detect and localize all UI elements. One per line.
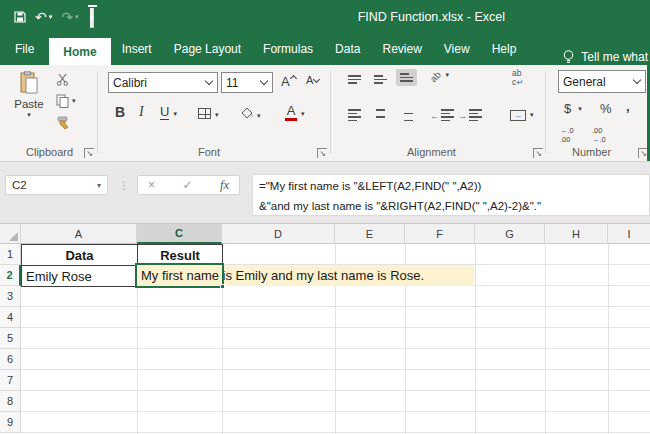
orientation-button[interactable]: ab ▾ [430, 71, 449, 82]
font-size-combobox[interactable]: 11 [221, 72, 273, 93]
bold-button[interactable]: B [115, 104, 125, 120]
row-header-1[interactable]: 1 [0, 244, 21, 265]
middle-align-button[interactable] [374, 75, 387, 84]
insert-function-button[interactable]: fx [220, 178, 229, 193]
tab-home[interactable]: Home [49, 38, 110, 65]
chevron-down-icon [313, 76, 320, 83]
copy-button[interactable]: ▾ [56, 94, 76, 108]
customize-bar-icon [88, 5, 97, 7]
increase-indent-button[interactable]: → [458, 109, 482, 121]
tab-page-layout[interactable]: Page Layout [163, 33, 252, 65]
chevron-down-icon [205, 77, 213, 85]
tab-data[interactable]: Data [324, 33, 371, 65]
cell-a1[interactable]: Data [21, 244, 138, 266]
formula-line-2: &"and my last name is "&RIGHT(A2,FIND(" … [259, 196, 649, 216]
tab-insert[interactable]: Insert [111, 33, 163, 65]
bottom-align-button[interactable] [396, 69, 417, 86]
increase-indent-icon [469, 109, 482, 121]
row-header-4[interactable]: 4 [0, 307, 21, 328]
tab-view[interactable]: View [433, 33, 481, 65]
save-icon [14, 11, 26, 23]
font-color-dropdown-icon: ▾ [301, 110, 305, 118]
redo-button[interactable]: ↷ ▾ [61, 10, 78, 24]
row-header-7[interactable]: 7 [0, 370, 21, 391]
column-header-d[interactable]: D [222, 224, 335, 244]
cells-area[interactable]: Data Result Emily Rose My first name is … [21, 244, 650, 434]
align-right-button[interactable] [400, 109, 413, 121]
column-header-f[interactable]: F [405, 224, 475, 244]
number-format-combobox[interactable]: General [558, 70, 646, 93]
top-align-button[interactable] [348, 75, 361, 84]
column-header-c[interactable]: C [137, 224, 222, 244]
chevron-down-icon [260, 77, 268, 85]
cut-button[interactable] [56, 73, 69, 86]
name-box[interactable]: C2 ▾ [5, 175, 108, 195]
select-all-button[interactable] [0, 224, 21, 244]
tab-formulas[interactable]: Formulas [252, 33, 324, 65]
copy-icon [56, 94, 69, 108]
accounting-format-button[interactable]: $ ▾ [564, 101, 582, 116]
increase-decimal-bottom: .00 [560, 136, 574, 145]
formula-bar-dots-icon: ⋮ [119, 175, 129, 195]
row-headers: 1 2 3 4 5 6 7 8 9 [0, 244, 21, 433]
save-button[interactable] [14, 11, 26, 23]
align-left-icon [348, 109, 361, 121]
customize-quick-access-button[interactable]: ▾ [88, 5, 97, 28]
decrease-font-size-button[interactable]: A [306, 74, 319, 86]
percent-style-button[interactable]: % [600, 101, 612, 116]
row-header-2[interactable]: 2 [0, 265, 21, 286]
row-header-3[interactable]: 3 [0, 286, 21, 307]
cell-c1[interactable]: Result [137, 244, 223, 266]
borders-button[interactable]: ▾ [198, 108, 219, 119]
font-color-button[interactable]: A ▾ [285, 103, 305, 121]
cancel-button[interactable]: × [148, 178, 155, 192]
clipboard-dialog-launcher[interactable]: ↘ [84, 148, 94, 158]
center-button[interactable] [374, 109, 387, 121]
row-header-9[interactable]: 9 [0, 412, 21, 433]
italic-button[interactable]: I [139, 104, 144, 120]
format-painter-button[interactable] [56, 116, 70, 130]
excel-window: ↶ ▾ ↷ ▾ ▾ FIND Function.xlsx - Excel Fil… [0, 0, 650, 434]
undo-button[interactable]: ↶ ▾ [35, 10, 52, 24]
row-header-8[interactable]: 8 [0, 391, 21, 412]
row-header-5[interactable]: 5 [0, 328, 21, 349]
cut-icon [56, 73, 69, 86]
fill-color-dropdown-icon: ▾ [257, 112, 261, 120]
select-all-triangle-icon [9, 232, 18, 241]
name-box-dropdown-icon[interactable]: ▾ [97, 181, 101, 190]
formula-input[interactable]: ="My first name is "&LEFT(A2,FIND(" ",A2… [252, 174, 650, 216]
increase-font-size-button[interactable]: A [281, 74, 296, 89]
decrease-decimal-button[interactable]: .00 →.0 [592, 127, 606, 144]
column-header-g[interactable]: G [475, 224, 545, 244]
cell-c2-result[interactable]: My first name is Emily and my last name … [137, 265, 474, 286]
tell-me-box[interactable]: Tell me what [562, 49, 650, 65]
merge-center-button[interactable]: ↔ ▾ [510, 110, 534, 121]
tab-file[interactable]: File [0, 33, 49, 65]
underline-button[interactable]: U ▾ [160, 104, 177, 120]
alignment-dialog-launcher[interactable]: ↘ [533, 148, 543, 158]
tab-help[interactable]: Help [481, 33, 528, 65]
column-header-a[interactable]: A [21, 224, 137, 244]
column-header-h[interactable]: H [545, 224, 608, 244]
row-header-6[interactable]: 6 [0, 349, 21, 370]
wrap-text-button[interactable]: ab c↵ [512, 69, 523, 88]
grow-font-letter: A [281, 74, 290, 89]
font-dialog-launcher[interactable]: ↘ [317, 148, 327, 158]
fill-color-button[interactable]: ▾ [240, 106, 261, 120]
enter-button[interactable]: ✓ [182, 178, 192, 192]
column-header-i[interactable]: I [608, 224, 650, 244]
underline-letter: U [160, 104, 169, 120]
paste-button[interactable]: Paste ▾ [8, 71, 50, 143]
increase-decimal-button[interactable]: ←.0 .00 [560, 127, 574, 144]
formula-bar: C2 ▾ ⋮ × ✓ fx ="My first name is "&LEFT(… [0, 162, 650, 224]
column-header-e[interactable]: E [335, 224, 405, 244]
decrease-indent-button[interactable]: ← [430, 109, 454, 121]
cell-a2[interactable]: Emily Rose [21, 265, 138, 287]
title-bar: ↶ ▾ ↷ ▾ ▾ FIND Function.xlsx - Excel [0, 0, 650, 33]
tab-review[interactable]: Review [371, 33, 432, 65]
decrease-indent-icon [441, 109, 454, 121]
font-family-combobox[interactable]: Calibri [108, 72, 218, 93]
comma-style-button[interactable]: , [626, 99, 630, 114]
align-left-button[interactable] [348, 109, 361, 121]
chevron-down-icon [633, 76, 641, 84]
